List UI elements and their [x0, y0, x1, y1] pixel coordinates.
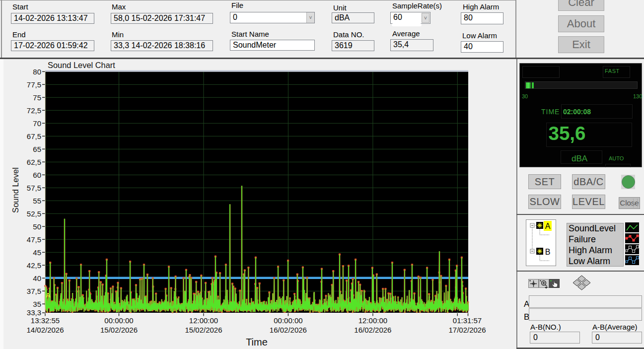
svg-text:Sound Level Chart: Sound Level Chart [48, 61, 115, 70]
svg-text:72,5: 72,5 [27, 106, 41, 115]
svg-text:00:00:00: 00:00:00 [274, 316, 302, 325]
svg-text:13:32:55: 13:32:55 [31, 316, 60, 325]
svg-text:A: A [545, 222, 551, 230]
svg-text:55: 55 [33, 197, 41, 205]
svg-text:B: B [545, 248, 551, 256]
svg-text:75: 75 [33, 93, 41, 102]
svg-text:12:00:00: 12:00:00 [189, 316, 218, 325]
svg-text:47,5: 47,5 [27, 235, 41, 244]
svg-text:42,5: 42,5 [27, 261, 41, 270]
svg-text:37,5: 37,5 [27, 287, 41, 295]
svg-text:33,3: 33,3 [27, 308, 41, 317]
svg-text:57,5: 57,5 [27, 184, 41, 192]
svg-text:35: 35 [33, 300, 41, 308]
svg-text:77,5: 77,5 [27, 80, 41, 89]
svg-text:Sound Level: Sound Level [11, 167, 20, 213]
svg-text:A: A [46, 291, 51, 299]
svg-text:15/02/2026: 15/02/2026 [100, 326, 138, 334]
svg-text:12:00:00: 12:00:00 [358, 316, 387, 325]
svg-text:01:31:57: 01:31:57 [453, 316, 482, 325]
svg-text:15/02/2026: 15/02/2026 [185, 326, 222, 334]
svg-text:45: 45 [33, 248, 41, 257]
svg-text:40: 40 [33, 274, 41, 282]
svg-text:52,5: 52,5 [27, 209, 41, 218]
svg-text:14/02/2026: 14/02/2026 [26, 326, 64, 334]
svg-text:60: 60 [33, 171, 41, 179]
svg-text:16/02/2026: 16/02/2026 [354, 326, 391, 334]
svg-text:17/02/2026: 17/02/2026 [448, 326, 486, 334]
svg-text:67,5: 67,5 [27, 132, 41, 140]
svg-text:16/02/2026: 16/02/2026 [270, 326, 307, 334]
svg-text:70: 70 [33, 119, 41, 128]
svg-text:65: 65 [33, 145, 41, 153]
svg-text:80: 80 [33, 68, 41, 76]
svg-text:62,5: 62,5 [27, 158, 41, 166]
svg-text:Time: Time [246, 337, 268, 348]
svg-text:50: 50 [33, 222, 41, 231]
svg-text:00:00:00: 00:00:00 [104, 316, 133, 325]
